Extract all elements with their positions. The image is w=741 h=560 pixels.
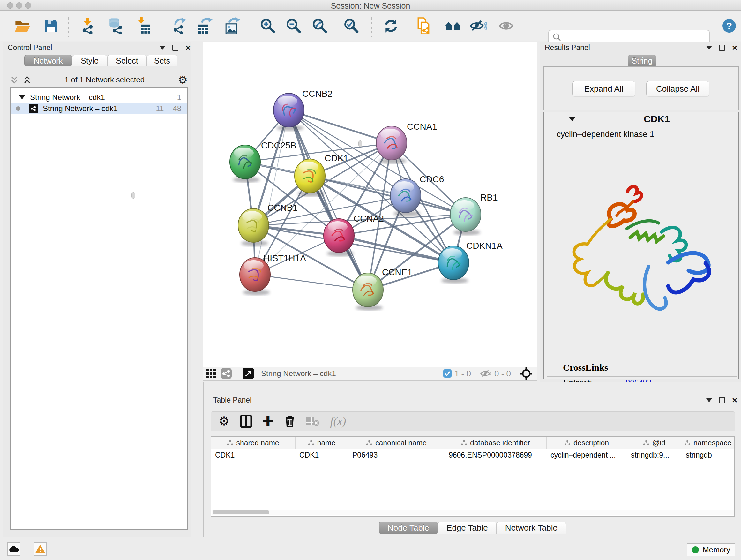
toolbar-separator — [477, 367, 477, 381]
tab-node-table[interactable]: Node Table — [379, 522, 438, 534]
table-tabs: Node Table Edge Table Network Table — [204, 522, 741, 534]
tab-string-results[interactable]: String — [628, 55, 657, 66]
home-view-button[interactable] — [443, 16, 462, 36]
add-column-plus-icon[interactable]: ✚ — [263, 414, 273, 428]
save-session-button[interactable] — [42, 16, 61, 36]
selected-checkbox-icon[interactable] — [443, 369, 452, 378]
refresh-layout-button[interactable] — [381, 16, 401, 36]
delete-table-icon[interactable] — [306, 416, 320, 426]
tab-edge-table[interactable]: Edge Table — [438, 522, 496, 534]
collapse-all-button[interactable]: Collapse All — [646, 81, 710, 97]
node-RB1[interactable]: RB1 — [450, 192, 497, 235]
column-header-shared-name[interactable]: shared name — [211, 437, 295, 449]
cell-shared-name[interactable]: CDK1 — [211, 449, 295, 461]
protein-collapse-icon[interactable] — [569, 117, 576, 121]
table-options-gear-icon[interactable]: ⚙ — [219, 414, 229, 428]
node-HIST1H1A[interactable]: HIST1H1A — [240, 253, 306, 295]
splitter-handle[interactable] — [131, 192, 135, 199]
network-options-gear-icon[interactable]: ⚙ — [178, 73, 188, 86]
node-CCNB2[interactable]: CCNB2 — [273, 89, 333, 131]
function-builder-icon[interactable]: f(x) — [330, 415, 346, 428]
tab-network[interactable]: Network — [24, 55, 72, 66]
edge-CCNB2-CCNA1[interactable] — [289, 110, 392, 143]
search-input[interactable] — [565, 33, 703, 42]
tab-style[interactable]: Style — [72, 55, 107, 66]
network-view-canvas[interactable]: CCNB2CCNA1CDC25BCDK1CDC6RB1CCNB1CCNA2CDK… — [203, 42, 537, 367]
import-table-file-button[interactable] — [134, 16, 153, 36]
export-table-button[interactable] — [195, 16, 214, 36]
cloud-status-button[interactable] — [7, 543, 20, 556]
column-header-database-identifier[interactable]: database identifier — [445, 437, 547, 449]
cell-@id[interactable]: stringdb:9... — [627, 449, 682, 461]
splitter-handle[interactable] — [358, 140, 362, 147]
edge-HIST1H1A-CCNE1[interactable] — [255, 274, 368, 290]
node-CCNB1[interactable]: CCNB1 — [238, 203, 298, 246]
string-view-icon[interactable] — [219, 367, 234, 380]
toolbar-separator — [254, 17, 254, 37]
center-view-crosshair-icon[interactable] — [520, 368, 532, 380]
import-network-file-button[interactable] — [79, 16, 98, 36]
warning-status-button[interactable] — [33, 543, 47, 556]
edge-CDC25B-CDC6[interactable] — [245, 162, 406, 196]
export-network-button[interactable] — [171, 16, 190, 36]
cell-database-identifier[interactable]: 9606.ENSP00000378699 — [445, 449, 547, 461]
node-CDC6[interactable]: CDC6 — [390, 174, 444, 216]
memory-status-button[interactable]: Memory — [687, 543, 735, 557]
float-panel-icon[interactable] — [719, 45, 725, 51]
import-network-database-button[interactable] — [106, 16, 125, 36]
collapse-all-icon[interactable] — [10, 76, 18, 84]
close-panel-icon[interactable]: × — [732, 45, 737, 50]
node-CCNE1[interactable]: CCNE1 — [353, 267, 412, 311]
hide-selected-eye-icon-button[interactable] — [469, 16, 488, 36]
collapse-panel-icon[interactable] — [706, 46, 712, 50]
table-horizontal-scrollbar[interactable] — [212, 509, 734, 515]
network-selected-status: 1 of 1 Network selected — [31, 75, 178, 84]
node-CDKN1A[interactable]: CDKN1A — [438, 241, 502, 284]
expand-all-button[interactable]: Expand All — [572, 81, 635, 97]
column-header-name[interactable]: name — [295, 437, 348, 449]
column-header-namespace[interactable]: namespace — [682, 437, 734, 449]
column-header-@id[interactable]: @id — [627, 437, 682, 449]
network-graph[interactable]: CCNB2CCNA1CDC25BCDK1CDC6RB1CCNB1CCNA2CDK… — [203, 42, 537, 367]
delete-column-trash-icon[interactable] — [284, 415, 295, 428]
cell-namespace[interactable]: stringdb — [682, 449, 734, 461]
tab-select[interactable]: Select — [107, 55, 147, 66]
network-collection-row[interactable]: String Network – cdk1 1 — [11, 92, 187, 103]
column-header-description[interactable]: description — [547, 437, 627, 449]
zoom-fit-content-button[interactable] — [310, 16, 329, 36]
zoom-out-button[interactable] — [284, 16, 303, 36]
collection-expand-icon[interactable] — [19, 96, 25, 99]
collapse-panel-icon[interactable] — [159, 46, 165, 50]
grid-view-icon[interactable] — [203, 367, 219, 380]
close-panel-icon[interactable]: × — [732, 398, 737, 402]
close-panel-icon[interactable]: × — [185, 45, 191, 50]
column-header-canonical-name[interactable]: canonical name — [348, 437, 445, 449]
show-all-eye-icon-button[interactable] — [497, 16, 516, 36]
cell-description[interactable]: cyclin–dependent ... — [547, 449, 627, 461]
show-columns-icon[interactable] — [240, 415, 252, 428]
protein-detail-box: CDK1 cyclin–dependent kinase 1 — [543, 112, 739, 379]
expand-all-icon[interactable] — [23, 76, 31, 84]
zoom-selected-button[interactable] — [342, 16, 361, 36]
tab-network-table[interactable]: Network Table — [496, 522, 566, 534]
zoom-in-button[interactable] — [258, 16, 277, 36]
float-panel-icon[interactable] — [172, 45, 179, 51]
open-session-button[interactable] — [13, 16, 32, 36]
collapse-panel-icon[interactable] — [706, 398, 712, 402]
node-label-CDK1: CDK1 — [325, 153, 348, 163]
scrollbar-thumb[interactable] — [212, 510, 269, 514]
tab-sets[interactable]: Sets — [147, 55, 178, 66]
duplicate-network-button[interactable] — [414, 16, 433, 36]
node-label-CDC25B: CDC25B — [261, 140, 296, 150]
float-panel-icon[interactable] — [719, 397, 725, 403]
cell-name[interactable]: CDK1 — [295, 449, 348, 461]
help-button[interactable]: ? — [720, 16, 739, 36]
column-type-icon — [643, 439, 649, 447]
birdseye-view-toggle[interactable] — [241, 367, 256, 380]
network-row-selected[interactable]: String Network – cdk1 11 48 — [11, 103, 187, 114]
cell-canonical-name[interactable]: P06493 — [348, 449, 445, 461]
table-row[interactable]: CDK1CDK1P064939606.ENSP00000378699cyclin… — [211, 449, 734, 461]
protein-header-row[interactable]: CDK1 — [544, 112, 738, 126]
window-title: Session: New Session — [0, 1, 741, 10]
export-image-button[interactable] — [223, 16, 243, 36]
